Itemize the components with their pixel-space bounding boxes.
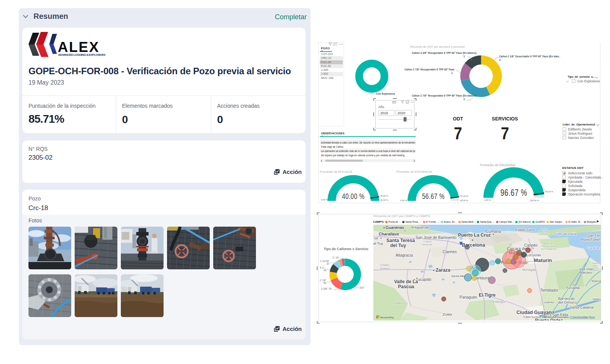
svg-text:Tucupita: Tucupita xyxy=(566,286,580,290)
svg-text:Charallave: Charallave xyxy=(379,232,399,236)
svg-text:Ciudad Guayana: Ciudad Guayana xyxy=(516,310,555,315)
svg-text:Estado Sucre: Estado Sucre xyxy=(515,228,535,232)
svg-text:Forestal Selva: Forestal Selva xyxy=(541,245,556,247)
svg-text:Maturín: Maturín xyxy=(534,257,552,263)
svg-text:El Tigre: El Tigre xyxy=(479,292,496,298)
svg-text:Aragua: Aragua xyxy=(380,267,390,270)
svg-text:Orino: Orino xyxy=(593,269,598,271)
svg-text:Uverito: Uverito xyxy=(544,301,554,304)
svg-text:Reserva de: Reserva de xyxy=(592,280,601,282)
svg-text:José Vidal: José Vidal xyxy=(579,267,593,271)
svg-text:Santa Ana: Santa Ana xyxy=(451,274,465,278)
svg-text:Pariaguán: Pariaguán xyxy=(460,295,477,299)
svg-text:Guarenas: Guarenas xyxy=(386,225,404,230)
svg-text:el Tuy: el Tuy xyxy=(373,241,383,245)
svg-text:Point Fortin: Point Fortin xyxy=(581,237,600,242)
svg-text:Marcano: Marcano xyxy=(580,271,592,274)
svg-text:Valle de La: Valle de La xyxy=(394,279,418,284)
svg-text:Altagracia: Altagracia xyxy=(396,253,413,257)
svg-text:Pascua: Pascua xyxy=(398,284,414,289)
svg-text:Delta A: Delta A xyxy=(593,297,601,301)
svg-text:Parque: Parque xyxy=(540,228,548,230)
svg-text:del Tuy: del Tuy xyxy=(390,243,406,248)
svg-text:Higuerote: Higuerote xyxy=(413,225,429,229)
svg-text:Canal de Co: Canal de Co xyxy=(588,246,601,250)
svg-text:Estado: Estado xyxy=(423,240,432,243)
svg-text::úa: :úa xyxy=(373,236,378,240)
svg-text:Turuepano: Turuepano xyxy=(538,233,549,235)
svg-text:Guarico: Guarico xyxy=(393,301,405,305)
svg-text:Anzoategui: Anzoategui xyxy=(489,300,505,304)
svg-text:San Fernan: San Fernan xyxy=(588,234,601,237)
svg-text:del Guarapiche: del Guarapiche xyxy=(541,248,557,250)
svg-text:Tucupido: Tucupido xyxy=(416,277,431,282)
svg-text:Santa Catalina: Santa Catalina xyxy=(570,305,594,309)
svg-text:Zuata: Zuata xyxy=(443,312,452,316)
svg-text:Nacional: Nacional xyxy=(539,230,548,233)
svg-text:Estado: Estado xyxy=(380,263,389,267)
svg-text:ALEX: ALEX xyxy=(58,39,100,55)
svg-text:© 2023 TomTom© 2023 Microsoft: © 2023 TomTom© 2023 Microsoft Corporatio… xyxy=(523,316,595,318)
svg-text:Temblador: Temblador xyxy=(540,288,558,292)
svg-text:Cumaná: Cumaná xyxy=(486,229,501,234)
svg-text:Golfo de Paria: Golfo de Paria xyxy=(554,232,577,236)
svg-text:Miranda: Miranda xyxy=(422,243,432,246)
svg-text:Santa Teresa: Santa Teresa xyxy=(386,238,415,243)
svg-text:Monagas: Monagas xyxy=(522,268,536,272)
svg-text:Zaraza: Zaraza xyxy=(436,267,450,273)
svg-text:San José de Barlovento: San José de Barlovento xyxy=(416,235,457,240)
svg-text:Microsoft Bing: Microsoft Bing xyxy=(380,316,394,319)
svg-text:del Orinoco: del Orinoco xyxy=(558,300,577,304)
svg-text:Puerto Ordaz: Puerto Ordaz xyxy=(535,318,563,321)
svg-text:Reserva: Reserva xyxy=(543,242,552,245)
svg-text:ADVANCED LOGGING & EXPLOSIVES: ADVANCED LOGGING & EXPLOSIVES xyxy=(58,53,106,57)
svg-text:Locuizas: Locuizas xyxy=(526,253,541,257)
svg-text:Clarines: Clarines xyxy=(443,250,457,254)
